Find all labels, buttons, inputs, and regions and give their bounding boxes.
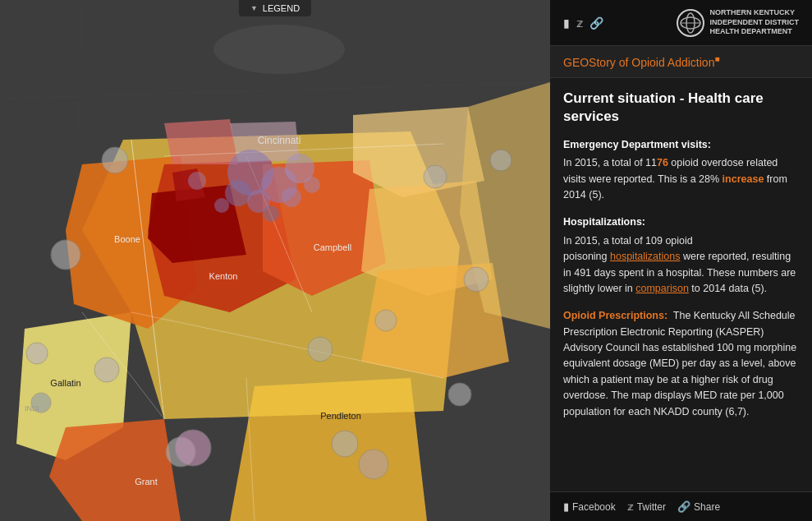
twitter-share-link[interactable]: 𝕫 Twitter [627,500,666,513]
svg-point-40 [332,431,358,457]
org-logo: NORTHERN KENTUCKYINDEPENDENT DISTRICTHEA… [677,8,799,37]
prescriptions-text: Opioid Prescriptions: The Kentucky All S… [563,308,799,420]
svg-text:Gallatin: Gallatin [50,378,80,388]
twitter-footer-label: Twitter [637,501,666,513]
emergency-section: Emergency Department visits: In 2015, a … [563,137,799,204]
highlight-76: 76 [657,157,668,168]
hospitalizations-heading: Hospitalizations: [563,214,799,230]
social-icons: ▮ 𝕫 🔗 [563,16,603,30]
link-icon[interactable]: 🔗 [590,16,603,30]
svg-text:Pendleton: Pendleton [320,411,361,421]
main-heading: Current situation - Health care services [563,90,799,126]
share-link[interactable]: 🔗 Share [677,500,720,513]
twitter-icon[interactable]: 𝕫 [576,16,583,30]
emergency-text: In 2015, a total of 1176 opioid overdose… [563,155,799,203]
facebook-footer-icon: ▮ [563,500,569,513]
geostory-title: GEOStory of Opioid Addiction■ [550,46,812,78]
svg-point-35 [188,172,206,190]
sidebar-footer: ▮ Facebook 𝕫 Twitter 🔗 Share [550,491,812,521]
svg-point-33 [304,177,320,193]
svg-point-38 [94,357,119,382]
emergency-heading: Emergency Department visits: [563,137,799,153]
svg-point-19 [213,25,345,74]
svg-point-46 [308,337,333,362]
svg-point-41 [448,383,471,406]
highlight-increase: increase [723,173,764,185]
svg-text:Grant: Grant [135,477,158,486]
svg-point-42 [464,267,489,292]
svg-point-32 [263,205,279,222]
svg-text:Kenton: Kenton [209,271,238,281]
comparison-link[interactable]: comparison [635,283,689,294]
sidebar-header: ▮ 𝕫 🔗 NORTHERN KENTUCKYINDEPENDENT DISTR… [550,0,812,46]
org-name: NORTHERN KENTUCKYINDEPENDENT DISTRICTHEA… [709,8,799,37]
share-label: Share [694,501,720,513]
hospitalizations-text: In 2015, a total of 109 opioid poisoning… [563,233,799,297]
hospitalizations-link[interactable]: hospitalizations [610,251,680,262]
svg-text:Boone: Boone [114,234,140,244]
facebook-footer-label: Facebook [572,501,616,513]
svg-text:Campbell: Campbell [314,242,351,252]
svg-marker-13 [164,119,238,164]
svg-point-49 [359,450,388,479]
share-icon: 🔗 [677,500,690,513]
legend-panel[interactable]: ▼ LEGEND [239,0,311,16]
svg-point-31 [282,187,301,207]
legend-arrow-icon: ▼ [250,4,258,12]
prescriptions-section: Opioid Prescriptions: The Kentucky All S… [563,308,799,420]
twitter-footer-icon: 𝕫 [627,500,634,513]
facebook-icon[interactable]: ▮ [563,16,570,30]
svg-point-36 [102,147,128,173]
svg-point-43 [424,165,447,188]
sidebar-content: Current situation - Health care services… [550,78,812,491]
legend-label: LEGEND [263,3,300,13]
svg-text:INDI: INDI [25,404,39,413]
svg-text:Cincinnati: Cincinnati [258,135,301,146]
org-logo-circle [677,9,704,37]
facebook-share-link[interactable]: ▮ Facebook [563,500,616,513]
svg-point-34 [214,198,229,213]
hospitalizations-section: Hospitalizations: In 2015, a total of 10… [563,214,799,297]
svg-point-48 [175,430,211,466]
svg-point-37 [51,240,80,270]
svg-point-45 [26,343,48,364]
svg-point-47 [375,310,397,331]
svg-point-44 [490,150,512,171]
map-container[interactable]: Cincinnati Boone Kenton Campbell Gallati… [0,0,550,521]
prescriptions-heading: Opioid Prescriptions: [563,310,667,321]
sidebar: ▮ 𝕫 🔗 NORTHERN KENTUCKYINDEPENDENT DISTR… [550,0,812,521]
